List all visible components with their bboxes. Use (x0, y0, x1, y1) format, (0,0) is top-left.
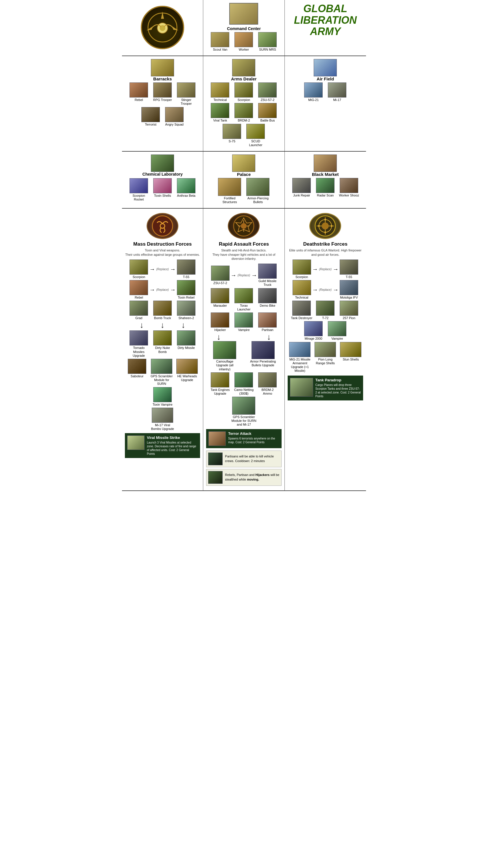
raf-ability-image (208, 431, 226, 446)
mdf-arrows: ↓ ↓ ↓ (125, 321, 200, 329)
unit-mi17: Mi-17 (326, 83, 348, 102)
unit-fortified-structures: Fortified Structures (217, 178, 242, 204)
raf-note-1: Partisans will be able to kill vehicle c… (206, 451, 281, 467)
raf-logo (228, 213, 260, 239)
gla-logo-svg (145, 10, 180, 45)
raf-upgrades-row: Camouflage Upgrade (all infantry) Armor … (206, 341, 281, 371)
unit-scout-van-label: Scout Van (209, 48, 231, 52)
raf-guild-missile: Guild Missile Truck (258, 264, 277, 287)
unit-tank-destroyer: Tank Destroyer (291, 301, 312, 320)
airfield-label: Air Field (288, 76, 363, 81)
unit-vampire-raf: Vampire (233, 312, 254, 332)
arms-dealer-image (232, 59, 255, 76)
unit-stinger-trooper: Stinger Trooper (175, 83, 197, 105)
unit-surn-mrs: SURN MRS (257, 32, 278, 52)
raf-gps-upgrade: GPS Scrambler Module for SURN and Mi-17 (206, 397, 281, 427)
unit-t72: T-72 (315, 301, 336, 320)
raf-units-row2: Hijacker Vampire Partisan (206, 312, 281, 332)
arms-dealer-cell: Arms Dealer Technical Scorpion ZSU-57-2 … (203, 56, 285, 151)
unit-dirty-nuke: Dirty Nuke Bomb (152, 331, 173, 353)
mdf-replace-1: Scorpion → (Replace) → T-55 (125, 259, 200, 279)
svg-marker-2 (147, 26, 153, 30)
chemlabs-cell: Chemical Laboratory Scorpion Rocket Toxi… (122, 152, 203, 208)
unit-scorpion-rocket: Scorpion Rocket (128, 178, 150, 202)
chemlab-units: Scorpion Rocket Toxin Shells Anthrax Bet… (125, 178, 200, 202)
unit-he-warheads: HE Warheads Upgrade (175, 359, 199, 382)
chemlab-image (151, 155, 174, 172)
unit-bomb-truck: Bomb Truck (152, 301, 173, 320)
airfield-units: MiG-21 Mi-17 (288, 83, 363, 102)
palace-image (232, 155, 255, 172)
dsf-ability-name: Tank Paradrop (316, 378, 361, 382)
unit-rpg-trooper: RPG Trooper (152, 83, 173, 102)
dsf-ability-image (290, 378, 313, 397)
unit-worker-shooz: Worker Shooz (338, 178, 360, 197)
unit-gps-scrambler-surn: GPS Scrambler Module for SURN (150, 359, 173, 386)
mdf-units-row: Grad Bomb Truck Shaheen-2 (125, 301, 200, 320)
unit-mig21: MiG-21 (303, 83, 324, 102)
command-center-units: Scout Van Worker SURN MRS (206, 32, 281, 52)
arms-dealer-label: Arms Dealer (206, 76, 281, 81)
svg-marker-3 (172, 26, 178, 30)
unit-saboteur: Saboteur (126, 359, 148, 378)
unit-scud-launcher: SCUD Launcher (245, 124, 266, 147)
mdf-name: Mass Destruction Forces (125, 241, 200, 247)
unit-257-pion: 257 Pion (338, 301, 360, 320)
barracks-units: Rebel RPG Trooper Stinger Trooper (125, 83, 200, 105)
mdf-scorpion: Scorpion (130, 259, 148, 279)
raf-name: Rapid Assault Forces (206, 241, 281, 247)
dsf-cell: Deathstrike Forces Elite units of infamo… (285, 209, 366, 490)
palace-label: Palace (206, 172, 281, 177)
dsf-upgrades-row: MiG-21 Missile Armament Upgrade (+1 Miss… (288, 342, 363, 373)
unit-viral-tank: Viral Tank (209, 103, 231, 122)
palace-cell: Palace Fortified Structures Armor-Pierci… (203, 152, 285, 208)
arms-dealer-units-row1: Technical Scorpion ZSU-57-2 (206, 83, 281, 102)
mdf-toxin-rebel: Toxin Rebel (177, 280, 195, 300)
raf-zsu: ZSU-57-2 (211, 266, 230, 285)
unit-tornado-missiles: Tornado Missiles Upgrade (128, 331, 150, 358)
dsf-ability-box: Tank Paradrop Cargo Planes will drop thr… (288, 376, 363, 400)
arms-dealer-units-row3: S-75 SCUD Launcher (206, 124, 281, 147)
unit-hijacker: Hijacker (209, 312, 231, 332)
unit-marauder: Marauder (209, 288, 231, 308)
unit-demo-bike: Demo Bike (257, 288, 278, 308)
unit-radar-scan: Radar Scan (315, 178, 336, 197)
svg-point-13 (324, 219, 326, 220)
unit-pion-long-range: Pion Long Range Shells (314, 342, 337, 365)
unit-mirage2000: Mirage 2000 (303, 321, 324, 341)
mdf-desc: Toxin and Viral weapons. Their units eff… (125, 248, 200, 257)
unit-camo-netting: Camo Netting (300$) (233, 372, 254, 396)
blackmarket-label: Black Market (288, 172, 363, 177)
unit-surn-mrs-label: SURN MRS (257, 48, 278, 52)
unit-ap-bullets: Armor Penetrating Bullets Upgrade (250, 341, 276, 371)
unit-zsu57: ZSU-57-2 (257, 83, 278, 102)
unit-rebel: Rebel (128, 83, 150, 102)
mdf-toxin-vampire: Toxin Vampire (125, 387, 200, 406)
dsf-replace-1: Scorpion → (Replace) → T-55 (288, 259, 363, 279)
dsf-motoliga: Motoliga IFV (340, 280, 358, 300)
dsf-units-row2: Mirage 2000 Vampire (288, 321, 363, 341)
mdf-ability-desc: Launch 3 Viral Missiles at selected zone… (147, 441, 198, 456)
unit-shaheen2: Shaheen-2 (175, 301, 197, 320)
unit-camo-upgrade: Camouflage Upgrade (all infantry) (212, 341, 238, 371)
unit-worker: Worker (233, 32, 254, 52)
barracks-cell: Barracks Rebel RPG Trooper Stinger Troop… (122, 56, 203, 151)
unit-scorpion: Scorpion (233, 83, 254, 102)
blackmarket-units: Junk Repair Radar Scan Worker Shooz (288, 178, 363, 197)
mdf-ability-unit: Mi-17 Viral Bombs Upgrade (125, 408, 200, 431)
arms-dealer-units-row2: Viral Tank BRDM-2 Battle Bus (206, 103, 281, 122)
raf-units-row1: Marauder Torax Launcher Demo Bike (206, 288, 281, 311)
mdf-replace-2: Rebel → (Replace) → Toxin Rebel (125, 280, 200, 300)
unit-scout-van: Scout Van (209, 32, 231, 52)
blackmarket-cell: Black Market Junk Repair Radar Scan Work… (285, 152, 366, 208)
row1: Barracks Rebel RPG Trooper Stinger Troop… (122, 56, 366, 152)
unit-brdm2-ammo: BRDM-2 Ammo (257, 372, 278, 396)
raf-arrows: ↓ ↓ (206, 333, 281, 341)
unit-mi17-viral: Mi-17 Viral Bombs Upgrade (151, 408, 174, 431)
command-center-label: Command Center (206, 26, 281, 31)
unit-tank-engines: Tank Engines Upgrade (209, 372, 231, 396)
raf-note-2-text: Rebels, Partisan and Hijackers will be s… (225, 473, 279, 482)
dsf-ability-desc: Cargo Planes will drop three Scorpion Ta… (316, 383, 361, 398)
raf-desc: Stealth and Hit-And-Run tactics. They ha… (206, 248, 281, 261)
header-command-center-cell: Command Center Scout Van Worker SURN MRS (203, 0, 285, 56)
